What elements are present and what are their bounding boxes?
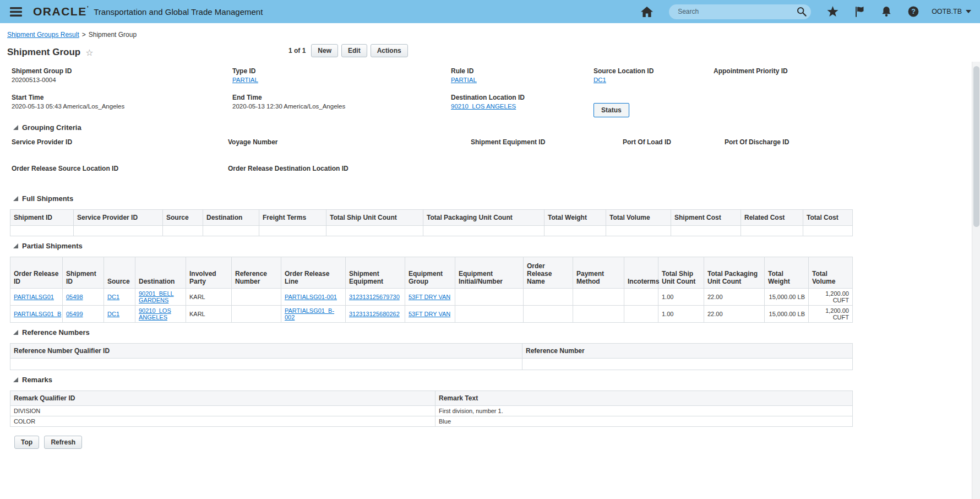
partial-shipments-cell-link[interactable]: 05498 [66, 294, 83, 300]
partial-shipments-cell-link[interactable]: PARTIALSG01_B-002 [285, 307, 334, 321]
partial-shipments-cell: 53FT DRY VAN [405, 289, 455, 306]
partial-shipments-cell-link[interactable]: 90201_BELL GARDENS [139, 290, 174, 303]
partial-shipments-cell [455, 306, 524, 323]
summary-field-2-link[interactable]: PARTIAL [451, 77, 477, 83]
full-shipments-col-header-9: Shipment Cost [671, 210, 741, 226]
help-icon[interactable]: ? [905, 4, 922, 19]
page-content: Shipment Groups Result>Shipment Group Sh… [0, 31, 980, 449]
edit-button[interactable]: Edit [341, 44, 367, 57]
remarks-col-header-0: Remark Qualifier ID [10, 391, 435, 406]
full-shipments-row [10, 226, 853, 236]
partial-shipments-col-header-6: Order Release Line [281, 257, 346, 289]
summary-field-1-link[interactable]: PARTIAL [232, 77, 258, 83]
section-grouping-criteria-title: Grouping Criteria [22, 123, 81, 132]
grouping-field-1-value [228, 148, 461, 155]
notifications-bell-icon[interactable] [878, 4, 895, 19]
remarks-cell: DIVISION [10, 406, 435, 416]
collapse-triangle-icon[interactable] [13, 243, 18, 248]
partial-shipments-cell-link[interactable]: PARTIALSG01-001 [285, 294, 337, 300]
grouping-field-2: Shipment Equipment ID [471, 138, 623, 155]
summary-field2-2-link[interactable]: 90210_LOS ANGELES [451, 103, 516, 110]
chevron-down-icon [966, 10, 971, 13]
summary-field-1-label: Type ID [232, 67, 441, 75]
grouping-field-3-value [623, 148, 715, 155]
grouping-field-0-label: Service Provider ID [12, 138, 218, 146]
partial-shipments-cell: 15,000.00 LB [765, 306, 809, 323]
section-grouping-criteria: Grouping Criteria [13, 123, 971, 132]
breadcrumb-parent-link[interactable]: Shipment Groups Result [7, 31, 79, 39]
partial-shipments-cell: PARTIALSG01_B [10, 306, 63, 323]
full-shipments-header-row: Shipment IDService Provider IDSourceDest… [10, 210, 853, 226]
remarks-row: DIVISIONFirst division, number 1. [10, 406, 853, 416]
partial-shipments-cell-link[interactable]: 312313125680262 [349, 311, 400, 317]
remarks-cell: COLOR [10, 416, 435, 427]
collapse-triangle-icon[interactable] [13, 125, 18, 130]
hamburger-menu-icon[interactable] [7, 5, 25, 19]
summary-field-3-link[interactable]: DC1 [594, 77, 606, 83]
section-full-shipments: Full Shipments [13, 194, 971, 203]
partial-shipments-col-header-1: Shipment ID [63, 257, 104, 289]
favorite-star-icon[interactable]: ☆ [85, 47, 93, 58]
partial-shipments-col-header-11: Payment Method [573, 257, 624, 289]
reference-numbers-header-row: Reference Number Qualifier IDReference N… [10, 344, 853, 359]
actions-button[interactable]: Actions [371, 44, 408, 57]
grouping-field2-1-value [228, 174, 461, 182]
grouping-fields-row1: Service Provider IDVoyage NumberShipment… [12, 138, 971, 165]
vertical-scrollbar[interactable] [972, 62, 980, 499]
summary-field-3-value: DC1 [594, 77, 704, 84]
partial-shipments-cell-link[interactable]: 312313125679730 [349, 294, 400, 300]
remarks-header-row: Remark Qualifier IDRemark Text [10, 391, 853, 406]
full-shipments-table: Shipment IDService Provider IDSourceDest… [10, 209, 853, 236]
summary-field-0-value: 20200513-0004 [12, 77, 222, 84]
home-icon[interactable] [638, 4, 656, 19]
partial-shipments-cell-link[interactable]: PARTIALSG01_B [14, 311, 61, 317]
summary-field2-1-label: End Time [232, 94, 441, 101]
full-shipments-cell [203, 226, 259, 236]
summary-fields-row2: Start Time2020-05-13 05:43 America/Los_A… [12, 94, 971, 120]
new-button[interactable]: New [311, 44, 338, 57]
flag-icon[interactable] [851, 4, 868, 19]
search-box[interactable] [669, 4, 811, 19]
search-icon[interactable] [797, 7, 807, 17]
summary-field2-2-value: 90210_LOS ANGELES [451, 103, 584, 111]
partial-shipments-cell [455, 289, 524, 306]
reference-numbers-cell [10, 359, 522, 370]
scrollbar-thumb[interactable] [973, 66, 979, 227]
page-title: Shipment Group [7, 47, 80, 58]
refresh-button[interactable]: Refresh [44, 436, 82, 449]
top-button[interactable]: Top [14, 436, 39, 449]
oracle-logo-text: ORACLE [33, 5, 87, 18]
partial-shipments-cell-link[interactable]: 53FT DRY VAN [409, 311, 450, 317]
partial-shipments-cell-link[interactable]: 53FT DRY VAN [409, 294, 450, 300]
summary-field-2-value: PARTIAL [451, 77, 584, 84]
summary-field-0-label: Shipment Group ID [12, 67, 222, 75]
collapse-triangle-icon[interactable] [13, 377, 18, 382]
favorites-star-icon[interactable] [824, 4, 842, 19]
partial-shipments-cell: KARL [186, 306, 232, 323]
partial-shipments-col-header-3: Destination [135, 257, 186, 289]
partial-shipments-cell: DC1 [104, 306, 135, 323]
partial-shipments-cell-link[interactable]: DC1 [107, 311, 119, 317]
grouping-fields-row2: Order Release Source Location IDOrder Re… [12, 165, 971, 191]
app-title: Transportation and Global Trade Manageme… [94, 7, 263, 17]
partial-shipments-col-header-10: Order Release Name [524, 257, 573, 289]
partial-shipments-cell-link[interactable]: 05499 [66, 311, 83, 317]
reference-numbers-col-header-0: Reference Number Qualifier ID [10, 344, 522, 359]
partial-shipments-col-header-13: Total Ship Unit Count [658, 257, 704, 289]
summary-field2-2-label: Destination Location ID [451, 94, 584, 101]
search-input[interactable] [677, 7, 797, 16]
full-shipments-col-header-11: Total Cost [803, 210, 853, 226]
partial-shipments-col-header-9: Equipment Initial/Number [455, 257, 524, 289]
summary-field-0: Shipment Group ID20200513-0004 [12, 67, 232, 84]
status-button[interactable]: Status [594, 103, 629, 117]
partial-shipments-row: PARTIALSG01_B05499DC190210_LOS ANGELESKA… [10, 306, 853, 323]
summary-field-2: Rule IDPARTIAL [451, 67, 594, 84]
partial-shipments-cell-link[interactable]: 90210_LOS ANGELES [139, 307, 171, 321]
collapse-triangle-icon[interactable] [13, 196, 18, 201]
user-menu[interactable]: OOTB.TB [932, 8, 971, 15]
partial-shipments-cell-link[interactable]: PARTIALSG01 [14, 294, 54, 300]
grouping-field-4-value [725, 148, 961, 155]
app-header: ORACLE’ Transportation and Global Trade … [0, 0, 980, 23]
partial-shipments-cell-link[interactable]: DC1 [107, 294, 119, 300]
collapse-triangle-icon[interactable] [13, 330, 18, 335]
